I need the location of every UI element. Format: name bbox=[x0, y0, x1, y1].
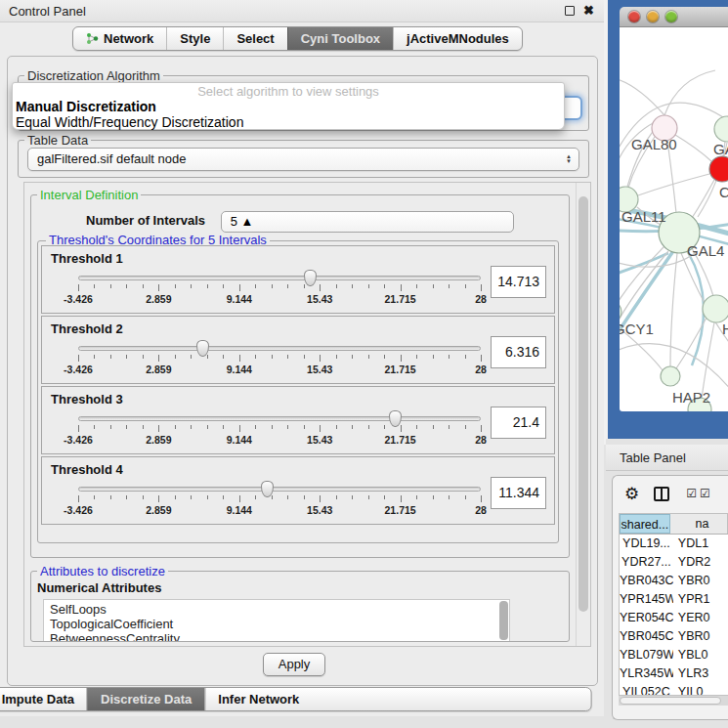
slider-thumb[interactable] bbox=[261, 481, 274, 497]
minimize-light[interactable] bbox=[647, 11, 659, 22]
table-row[interactable]: YDR27...YDR2 bbox=[620, 553, 728, 572]
slider-tick bbox=[433, 284, 434, 288]
table-cell[interactable]: YDL19... bbox=[620, 535, 673, 553]
table-row[interactable]: YBR043CYBR0 bbox=[620, 572, 728, 590]
slider-track[interactable] bbox=[78, 276, 481, 280]
table-cell[interactable]: YBR045C bbox=[620, 627, 673, 646]
popup-item-manual-discretization[interactable]: Manual Discretization bbox=[13, 99, 564, 114]
slider-tick bbox=[191, 284, 192, 288]
node-label-gal11: GAL11 bbox=[621, 208, 666, 225]
column-header-shared[interactable]: shared... bbox=[620, 514, 670, 534]
tab-infer-network[interactable]: Infer Network bbox=[204, 688, 312, 710]
close-light[interactable] bbox=[628, 11, 640, 22]
tab-network[interactable]: Network bbox=[73, 27, 166, 50]
slider-tick bbox=[175, 284, 176, 288]
column-header-na[interactable]: na bbox=[670, 514, 728, 534]
table-cell[interactable]: YDR2 bbox=[673, 553, 728, 572]
threshold-slider[interactable]: -3.4262.8599.14415.4321.71528 bbox=[78, 269, 481, 310]
table-panel-titlebar: Table Panel bbox=[606, 445, 728, 471]
tab-impute-data[interactable]: Impute Data bbox=[0, 688, 87, 710]
slider-tick bbox=[272, 425, 273, 429]
slider-tick bbox=[239, 284, 240, 291]
slider-thumb[interactable] bbox=[304, 270, 317, 286]
tab-cyni-toolbox[interactable]: Cyni Toolbox bbox=[287, 27, 393, 50]
table-cell[interactable]: YDL1 bbox=[673, 535, 728, 553]
tab-style[interactable]: Style bbox=[166, 27, 223, 50]
gear-icon[interactable]: ⚙ bbox=[624, 484, 639, 504]
table-row[interactable]: YBL079WYBL0 bbox=[620, 646, 728, 664]
slider-tick-label: 28 bbox=[475, 293, 487, 305]
network-node[interactable] bbox=[661, 366, 680, 386]
threshold-box-4: Threshold 4 -3.4262.8599.14415.4321.7152… bbox=[41, 456, 555, 525]
zoom-light[interactable] bbox=[665, 11, 677, 22]
tab-label: Cyni Toolbox bbox=[301, 27, 380, 50]
table-row[interactable]: YIL052CYIL0 bbox=[620, 683, 728, 695]
popup-item-equal-width-frequency[interactable]: Equal Width/Frequency Discretization bbox=[13, 114, 564, 130]
table-cell[interactable]: YPR145W bbox=[620, 590, 673, 609]
table-cell[interactable]: YBR043C bbox=[620, 572, 673, 590]
slider-track[interactable] bbox=[78, 416, 481, 421]
slider-tick bbox=[320, 495, 321, 502]
slider-tick bbox=[143, 355, 144, 359]
horizontal-scrollbar-thumb[interactable] bbox=[620, 697, 721, 705]
tab-discretize-data[interactable]: Discretize Data bbox=[87, 688, 204, 710]
float-icon[interactable] bbox=[565, 6, 575, 16]
network-canvas[interactable]: GAL80GACGAL11GAL4GCY1HHAP2 bbox=[620, 27, 728, 411]
threshold-slider[interactable]: -3.4262.8599.14415.4321.71528 bbox=[78, 409, 481, 450]
columns-icon[interactable] bbox=[654, 487, 669, 501]
attribute-item-selfloops[interactable]: SelfLoops bbox=[50, 602, 509, 617]
slider-tick bbox=[94, 495, 95, 499]
threshold-slider[interactable]: -3.4262.8599.14415.4321.71528 bbox=[78, 339, 481, 380]
table-cell[interactable]: YLR3 bbox=[673, 664, 728, 683]
table-cell[interactable]: YLR345W bbox=[620, 664, 673, 683]
slider-tick bbox=[481, 495, 482, 502]
slider-thumb[interactable] bbox=[196, 340, 209, 357]
control-panel-title: Control Panel bbox=[9, 4, 86, 19]
threshold-value-field[interactable]: 11.344 bbox=[491, 477, 546, 509]
table-cell[interactable]: YIL0 bbox=[673, 683, 728, 695]
table-row[interactable]: YLR345WYLR3 bbox=[620, 664, 728, 683]
table-row[interactable]: YBR045CYBR0 bbox=[620, 627, 728, 646]
slider-tick bbox=[175, 355, 176, 359]
node-label-c: C bbox=[719, 184, 728, 200]
network-node[interactable] bbox=[703, 295, 728, 322]
table-cell[interactable]: YBL0 bbox=[673, 646, 728, 664]
network-node[interactable] bbox=[714, 116, 728, 142]
attributes-list-scrollbar[interactable] bbox=[499, 601, 508, 640]
table-cell[interactable]: YER0 bbox=[673, 609, 728, 627]
table-cell[interactable]: YDR27... bbox=[620, 553, 673, 572]
attribute-item-topologicalcoefficient[interactable]: TopologicalCoefficient bbox=[50, 617, 509, 631]
threshold-label: Threshold 1 bbox=[51, 251, 491, 266]
slider-tick bbox=[336, 425, 337, 429]
tab-jactivemnodules[interactable]: jActiveMNodules bbox=[393, 27, 522, 50]
table-row[interactable]: YER054CYER0 bbox=[620, 609, 728, 627]
network-window-titlebar[interactable] bbox=[620, 7, 728, 27]
close-icon[interactable]: ✖ bbox=[583, 5, 594, 17]
slider-tick bbox=[223, 284, 224, 288]
threshold-value-field[interactable]: 6.316 bbox=[491, 336, 546, 368]
num-intervals-combo[interactable]: 5 ▲▼ bbox=[221, 211, 514, 233]
network-node[interactable] bbox=[620, 301, 621, 322]
table-cell[interactable]: YBR0 bbox=[673, 572, 728, 590]
slider-track[interactable] bbox=[78, 487, 481, 492]
table-data-combo[interactable]: galFiltered.sif default node ▲▼ bbox=[27, 148, 579, 171]
apply-button[interactable]: Apply bbox=[263, 653, 325, 676]
attribute-item-betweennesscentrality[interactable]: BetweennessCentrality bbox=[50, 631, 509, 642]
network-node[interactable] bbox=[709, 156, 728, 182]
table-row[interactable]: YPR145WYPR1 bbox=[620, 590, 728, 609]
table-cell[interactable]: YPR1 bbox=[673, 590, 728, 609]
tab-select[interactable]: Select bbox=[223, 27, 286, 50]
table-cell[interactable]: YBL079W bbox=[620, 646, 673, 664]
table-cell[interactable]: YBR0 bbox=[673, 627, 728, 646]
threshold-value-field[interactable]: 14.713 bbox=[491, 266, 546, 298]
slider-tick bbox=[78, 355, 79, 362]
slider-tick bbox=[368, 355, 369, 359]
vertical-scrollbar-thumb[interactable] bbox=[578, 196, 588, 612]
table-cell[interactable]: YER054C bbox=[620, 609, 673, 627]
table-cell[interactable]: YIL052C bbox=[620, 683, 673, 695]
slider-track[interactable] bbox=[78, 346, 481, 351]
checkbox-icons[interactable]: ☑☑ bbox=[686, 487, 713, 500]
table-row[interactable]: YDL19...YDL1 bbox=[620, 535, 728, 553]
threshold-slider[interactable]: -3.4262.8599.14415.4321.71528 bbox=[78, 480, 481, 521]
threshold-value-field[interactable]: 21.4 bbox=[491, 407, 546, 439]
